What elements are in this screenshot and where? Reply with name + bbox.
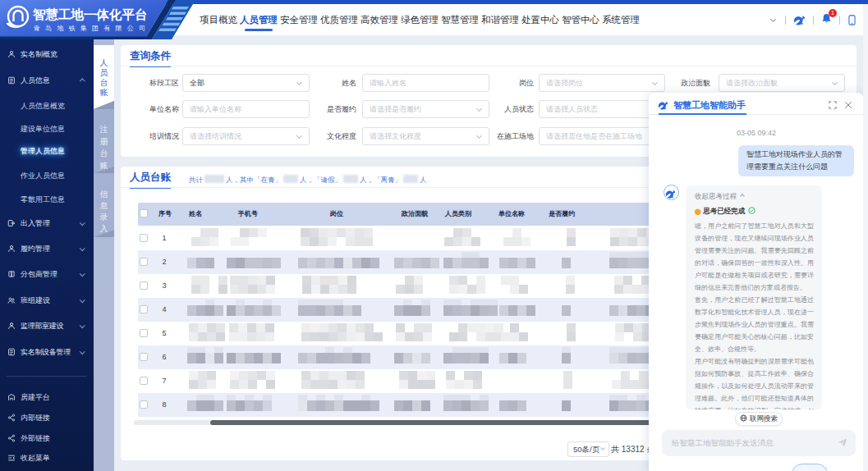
svg-text:录: 录: [100, 213, 108, 222]
svg-text:息: 息: [100, 201, 108, 210]
svg-text:册: 册: [100, 137, 109, 146]
svg-text:入: 入: [100, 224, 108, 233]
svg-text:智慧工地一体化平台: 智慧工地一体化平台: [32, 7, 148, 21]
svg-text:台: 台: [100, 78, 108, 87]
svg-text:台: 台: [100, 149, 108, 158]
svg-text:账: 账: [100, 161, 108, 170]
svg-text:账: 账: [100, 88, 108, 97]
svg-text:信: 信: [100, 190, 108, 199]
svg-text:员: 员: [100, 68, 108, 77]
svg-text:人: 人: [100, 58, 108, 67]
svg-text:注: 注: [100, 125, 108, 134]
